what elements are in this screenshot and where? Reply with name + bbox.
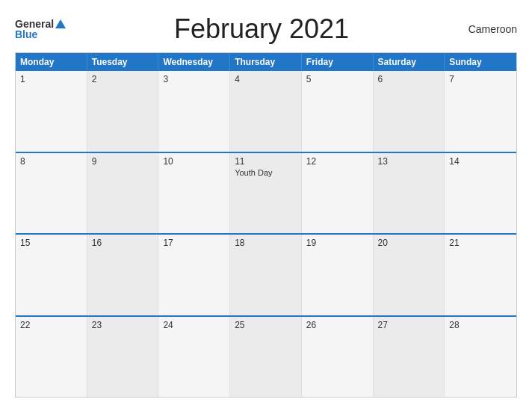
calendar-week: 1234567 xyxy=(16,71,516,152)
calendar-cell: 13 xyxy=(374,153,445,234)
day-number: 13 xyxy=(378,156,440,167)
calendar-cell: 23 xyxy=(87,317,159,398)
calendar-event: Youth Day xyxy=(235,168,297,177)
calendar-cell: 4 xyxy=(230,71,302,152)
header: General Blue February 2021 Cameroon xyxy=(15,13,517,45)
day-number: 27 xyxy=(378,320,440,330)
calendar-cell: 11Youth Day xyxy=(230,153,302,234)
calendar-cell: 24 xyxy=(158,317,230,398)
calendar-cell: 26 xyxy=(302,317,374,398)
day-number: 10 xyxy=(163,156,225,167)
day-number: 25 xyxy=(235,320,297,330)
day-number: 26 xyxy=(306,320,368,330)
calendar-cell: 17 xyxy=(158,235,230,315)
weekday-header: Thursday xyxy=(230,53,302,71)
calendar-cell: 10 xyxy=(158,153,230,234)
calendar-week: 22232425262728 xyxy=(16,315,516,398)
weekday-header: Monday xyxy=(16,53,87,71)
day-number: 9 xyxy=(92,156,154,167)
calendar-cell: 19 xyxy=(302,235,374,315)
calendar-week: 15161718192021 xyxy=(16,233,516,315)
calendar-week: 891011Youth Day121314 xyxy=(16,152,516,234)
day-number: 4 xyxy=(235,74,297,84)
day-number: 6 xyxy=(378,74,440,84)
weekday-header: Tuesday xyxy=(87,53,159,71)
calendar-cell: 20 xyxy=(374,235,445,315)
calendar-cell: 25 xyxy=(230,317,302,398)
calendar-cell: 27 xyxy=(374,317,445,398)
day-number: 23 xyxy=(92,320,154,330)
weekday-header: Wednesday xyxy=(158,53,230,71)
day-number: 12 xyxy=(306,156,368,167)
calendar-cell: 6 xyxy=(374,71,445,152)
day-number: 3 xyxy=(163,74,225,84)
day-number: 11 xyxy=(235,156,297,167)
calendar: MondayTuesdayWednesdayThursdayFridaySatu… xyxy=(15,52,517,398)
logo-triangle-icon xyxy=(55,19,66,28)
calendar-cell: 16 xyxy=(87,235,159,315)
day-number: 19 xyxy=(306,238,368,248)
day-number: 15 xyxy=(20,238,82,248)
calendar-cell: 15 xyxy=(16,235,87,315)
calendar-cell: 28 xyxy=(445,317,516,398)
weekday-header: Friday xyxy=(302,53,374,71)
day-number: 21 xyxy=(449,238,512,248)
day-number: 16 xyxy=(92,238,154,248)
calendar-cell: 18 xyxy=(230,235,302,315)
calendar-cell: 1 xyxy=(16,71,87,152)
calendar-cell: 22 xyxy=(16,317,87,398)
calendar-cell: 2 xyxy=(87,71,159,152)
logo: General Blue xyxy=(15,19,66,40)
day-number: 7 xyxy=(449,74,512,84)
country-label: Cameroon xyxy=(457,23,517,35)
day-number: 14 xyxy=(449,156,512,167)
day-number: 8 xyxy=(20,156,82,167)
calendar-cell: 8 xyxy=(16,153,87,234)
day-number: 18 xyxy=(235,238,297,248)
logo-blue-text: Blue xyxy=(15,29,66,40)
day-number: 1 xyxy=(20,74,82,84)
logo-general-text: General xyxy=(15,19,54,29)
weekday-header: Saturday xyxy=(374,53,445,71)
day-number: 28 xyxy=(449,320,512,330)
day-number: 5 xyxy=(306,74,368,84)
weekday-header: Sunday xyxy=(445,53,516,71)
page: General Blue February 2021 Cameroon Mond… xyxy=(0,0,532,411)
calendar-cell: 3 xyxy=(158,71,230,152)
calendar-cell: 5 xyxy=(302,71,374,152)
day-number: 2 xyxy=(92,74,154,84)
day-number: 20 xyxy=(378,238,440,248)
calendar-cell: 21 xyxy=(445,235,516,315)
calendar-cell: 12 xyxy=(302,153,374,234)
calendar-cell: 7 xyxy=(445,71,516,152)
calendar-body: 1234567891011Youth Day121314151617181920… xyxy=(16,71,516,397)
day-number: 17 xyxy=(163,238,225,248)
calendar-cell: 9 xyxy=(87,153,159,234)
calendar-title: February 2021 xyxy=(66,13,457,45)
day-number: 22 xyxy=(20,320,82,330)
calendar-cell: 14 xyxy=(445,153,516,234)
calendar-header: MondayTuesdayWednesdayThursdayFridaySatu… xyxy=(16,53,516,71)
day-number: 24 xyxy=(163,320,225,330)
